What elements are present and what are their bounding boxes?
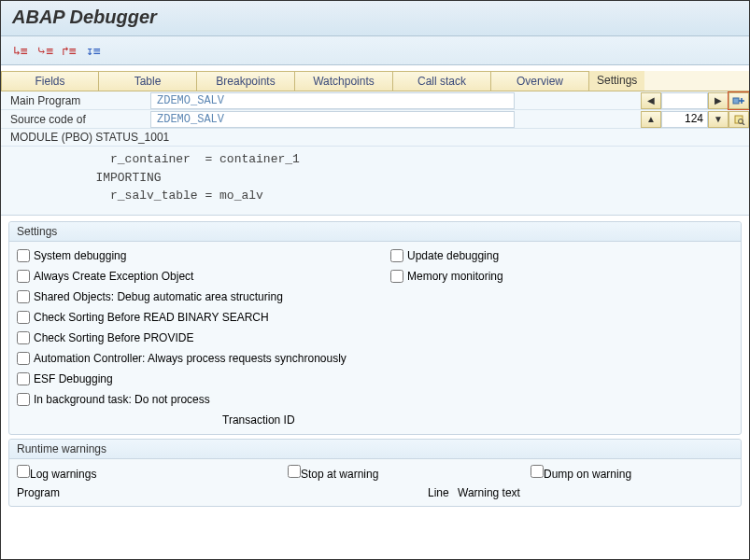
find-icon (732, 114, 745, 125)
step-out-icon: ↱≡ (62, 45, 77, 57)
settings-section: Settings System debugging Update debuggi… (8, 221, 742, 435)
settings-header: Settings (9, 222, 741, 242)
background-task-checkbox[interactable] (17, 393, 30, 406)
line-number-field[interactable]: 124 (661, 111, 708, 128)
automation-label: Automation Controller: Always process re… (34, 352, 347, 365)
warning-text-column-label: Warning text (458, 486, 520, 499)
create-breakpoint-button[interactable] (729, 92, 749, 109)
line-column-label: Line (428, 486, 458, 499)
source-code-block[interactable]: r_container = container_1 IMPORTING r_sa… (1, 147, 749, 216)
source-code-label: Source code of (1, 113, 150, 126)
toolbar: ↳≡ ⤷≡ ↱≡ ↧≡ (1, 36, 749, 65)
log-warnings-checkbox[interactable] (17, 465, 30, 478)
tab-fields[interactable]: Fields (1, 71, 99, 91)
update-debugging-checkbox[interactable] (390, 249, 403, 262)
continue-icon: ↧≡ (86, 45, 101, 57)
provide-checkbox[interactable] (17, 331, 30, 344)
breakpoint-plus-icon (732, 95, 745, 106)
nav-down-button[interactable]: ▼ (708, 111, 729, 128)
exception-object-label: Always Create Exception Object (34, 270, 193, 283)
step-over-icon: ⤷≡ (36, 45, 54, 57)
background-task-label: In background task: Do not process (34, 393, 210, 406)
step-into-icon: ↳≡ (13, 45, 28, 57)
tab-breakpoints[interactable]: Breakpoints (197, 71, 295, 91)
tabs: Fields Table Breakpoints Watchpoints Cal… (1, 71, 749, 91)
tab-settings[interactable]: Settings (589, 71, 644, 91)
nav-up-button[interactable]: ▲ (641, 111, 661, 128)
main-program-value[interactable]: ZDEMO_SALV (150, 92, 515, 109)
dump-warning-checkbox[interactable] (531, 465, 544, 478)
memory-monitoring-checkbox[interactable] (390, 270, 403, 283)
tab-callstack[interactable]: Call stack (393, 71, 491, 91)
esf-debugging-checkbox[interactable] (17, 372, 30, 385)
nav-field-1[interactable] (661, 92, 708, 109)
source-code-row: Source code of ZDEMO_SALV ▲ 124 ▼ (1, 110, 749, 129)
runtime-section: Runtime warnings Log warnings Stop at wa… (8, 439, 742, 507)
system-debugging-label: System debugging (34, 249, 126, 262)
program-column-label: Program (17, 486, 428, 499)
shared-objects-checkbox[interactable] (17, 290, 30, 303)
esf-debugging-label: ESF Debugging (34, 372, 113, 385)
step-into-button[interactable]: ↳≡ (10, 42, 31, 59)
automation-checkbox[interactable] (17, 352, 30, 365)
shared-objects-label: Shared Objects: Debug automatic area str… (34, 290, 283, 303)
runtime-header: Runtime warnings (9, 440, 741, 459)
tab-watchpoints[interactable]: Watchpoints (295, 71, 393, 91)
step-out-button[interactable]: ↱≡ (59, 42, 79, 59)
nav-right-button[interactable]: ▶ (708, 92, 729, 109)
read-binary-label: Check Sorting Before READ BINARY SEARCH (34, 311, 269, 324)
step-over-button[interactable]: ⤷≡ (35, 42, 55, 59)
transaction-id-label: Transaction ID (222, 413, 295, 427)
source-code-value[interactable]: ZDEMO_SALV (150, 111, 515, 128)
svg-line-5 (743, 123, 744, 125)
stop-warning-label: Stop at warning (301, 468, 378, 481)
continue-button[interactable]: ↧≡ (83, 42, 104, 59)
stop-warning-checkbox[interactable] (288, 465, 301, 478)
title-bar: ABAP Debugger (1, 1, 749, 36)
memory-monitoring-label: Memory monitoring (407, 270, 503, 283)
tab-overview[interactable]: Overview (491, 71, 589, 91)
tab-table[interactable]: Table (99, 71, 197, 91)
system-debugging-checkbox[interactable] (17, 249, 30, 262)
exception-object-checkbox[interactable] (17, 270, 30, 283)
dump-warning-label: Dump on warning (544, 468, 631, 481)
module-line: MODULE (PBO) STATUS_1001 (1, 129, 749, 147)
page-title: ABAP Debugger (12, 7, 738, 28)
svg-rect-0 (733, 98, 739, 104)
main-program-row: Main Program ZDEMO_SALV ◀ ▶ (1, 91, 749, 110)
find-button[interactable] (729, 111, 749, 128)
update-debugging-label: Update debugging (407, 249, 499, 262)
log-warnings-label: Log warnings (30, 468, 96, 481)
main-program-label: Main Program (1, 94, 150, 107)
nav-left-button[interactable]: ◀ (641, 92, 661, 109)
provide-label: Check Sorting Before PROVIDE (34, 331, 193, 344)
read-binary-checkbox[interactable] (17, 311, 30, 324)
